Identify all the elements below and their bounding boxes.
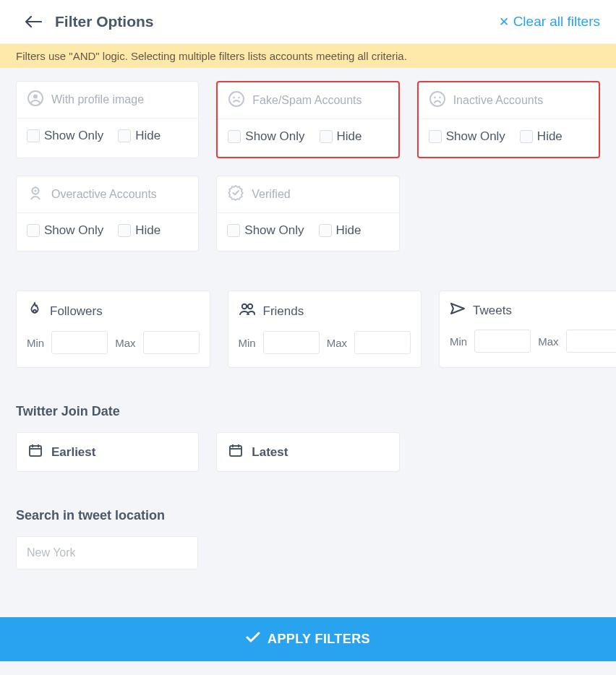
card-body: Show Only Hide: [17, 213, 198, 251]
filter-card-verified: Verified Show Only Hide: [216, 176, 399, 251]
info-bar: Filters use "AND" logic. Selecting multi…: [0, 44, 616, 68]
latest-date-button[interactable]: Latest: [216, 432, 399, 472]
latest-label: Latest: [252, 445, 288, 460]
hide-option[interactable]: Hide: [320, 129, 362, 144]
checkbox-icon: [319, 224, 332, 237]
svg-point-6: [434, 97, 436, 99]
card-head: With profile image: [17, 82, 198, 119]
card-body: Show Only Hide: [17, 119, 198, 156]
svg-point-4: [239, 97, 241, 99]
clear-all-filters-button[interactable]: ✕ Clear all filters: [499, 14, 600, 30]
svg-point-7: [439, 97, 441, 99]
checkbox-icon: [227, 224, 240, 237]
checkbox-icon: [320, 130, 333, 143]
range-title: Friends: [263, 304, 304, 319]
content: With profile image Show Only Hide: [0, 68, 616, 591]
svg-point-1: [33, 95, 38, 99]
range-card-followers: Followers Min Max: [16, 291, 210, 368]
card-title: Verified: [252, 188, 290, 201]
frown-icon: [228, 90, 245, 111]
tweets-min-input[interactable]: [474, 330, 531, 353]
checkbox-icon: [429, 130, 442, 143]
send-icon: [450, 301, 466, 319]
range-grid: Followers Min Max Friends: [16, 291, 600, 368]
checkbox-icon: [228, 130, 241, 143]
people-icon: [239, 301, 256, 321]
person-circle-icon: [27, 90, 44, 110]
range-head: Friends: [239, 301, 411, 321]
option-label: Hide: [135, 223, 161, 238]
option-label: Show Only: [44, 223, 103, 238]
card-head: Fake/Spam Accounts: [218, 82, 398, 119]
svg-point-3: [234, 97, 236, 99]
filter-grid: With profile image Show Only Hide: [16, 81, 600, 251]
filter-card-fake-spam: Fake/Spam Accounts Show Only Hide: [216, 81, 399, 158]
sad-icon: [429, 90, 446, 111]
range-card-tweets: Tweets Min Max: [439, 291, 616, 368]
checkbox-icon: [118, 224, 131, 237]
clear-all-label: Clear all filters: [513, 14, 600, 30]
back-arrow-icon[interactable]: [25, 15, 42, 28]
show-only-option[interactable]: Show Only: [227, 223, 304, 238]
apply-label: APPLY FILTERS: [268, 632, 370, 647]
join-date-heading: Twitter Join Date: [16, 404, 600, 419]
tweet-location-input[interactable]: [16, 536, 198, 569]
min-label: Min: [239, 337, 256, 349]
range-card-friends: Friends Min Max: [228, 291, 422, 368]
svg-rect-13: [30, 446, 41, 456]
friends-max-input[interactable]: [354, 331, 411, 354]
card-body: Show Only Hide: [217, 213, 398, 251]
close-icon: ✕: [499, 16, 509, 28]
hide-option[interactable]: Hide: [118, 129, 161, 143]
apply-filters-button[interactable]: APPLY FILTERS: [0, 617, 616, 661]
card-body: Show Only Hide: [419, 119, 599, 157]
header: Filter Options ✕ Clear all filters: [0, 0, 616, 44]
header-left: Filter Options: [25, 13, 154, 30]
card-title: Inactive Accounts: [453, 94, 544, 107]
svg-point-11: [241, 304, 246, 309]
range-row: Min Max: [27, 331, 200, 354]
option-label: Show Only: [245, 129, 304, 144]
friends-min-input[interactable]: [263, 331, 320, 354]
range-head: Followers: [27, 301, 200, 321]
option-label: Show Only: [44, 129, 103, 143]
tweets-max-input[interactable]: [566, 330, 616, 353]
page-title: Filter Options: [55, 13, 154, 30]
card-head: Verified: [217, 176, 398, 213]
hide-option[interactable]: Hide: [118, 223, 161, 238]
hide-option[interactable]: Hide: [319, 223, 362, 238]
range-title: Followers: [50, 304, 103, 319]
followers-max-input[interactable]: [143, 331, 200, 354]
earliest-label: Earliest: [51, 445, 95, 460]
hide-option[interactable]: Hide: [520, 129, 562, 144]
card-head: Overactive Accounts: [17, 176, 198, 213]
earliest-date-button[interactable]: Earliest: [16, 432, 199, 472]
card-title: Fake/Spam Accounts: [252, 94, 362, 107]
option-label: Hide: [135, 129, 161, 143]
show-only-option[interactable]: Show Only: [429, 129, 505, 144]
card-title: Overactive Accounts: [51, 188, 157, 201]
option-label: Show Only: [446, 129, 505, 144]
range-title: Tweets: [473, 304, 512, 318]
max-label: Max: [538, 335, 558, 348]
verified-badge-icon: [227, 184, 244, 205]
checkbox-icon: [27, 129, 40, 142]
svg-point-5: [430, 92, 445, 106]
svg-point-9: [35, 190, 37, 192]
show-only-option[interactable]: Show Only: [27, 129, 103, 143]
checkbox-icon: [118, 129, 131, 142]
min-label: Min: [27, 337, 44, 349]
show-only-option[interactable]: Show Only: [27, 223, 103, 238]
filter-card-overactive: Overactive Accounts Show Only Hide: [16, 176, 199, 251]
option-label: Show Only: [244, 223, 304, 238]
show-only-option[interactable]: Show Only: [228, 129, 304, 144]
max-label: Max: [115, 337, 135, 349]
checkbox-icon: [520, 130, 533, 143]
date-grid: Earliest Latest: [16, 432, 600, 472]
range-row: Min Max: [239, 331, 411, 354]
followers-min-input[interactable]: [51, 331, 108, 354]
card-title: With profile image: [51, 93, 144, 106]
calendar-icon: [28, 443, 43, 461]
svg-point-12: [247, 304, 252, 309]
svg-rect-14: [230, 446, 241, 456]
